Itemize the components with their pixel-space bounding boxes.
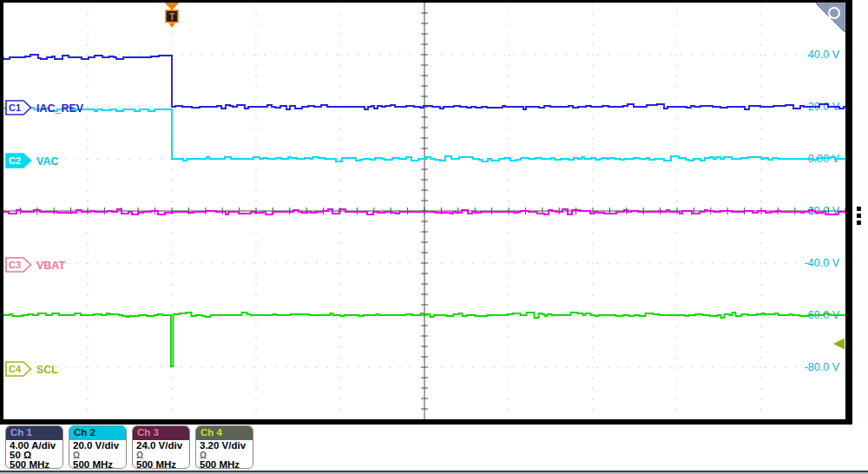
- zoom-magnifier-handle: [825, 17, 831, 23]
- voltage-label: -40.0 V: [805, 257, 840, 269]
- channel-id: C4: [9, 364, 22, 374]
- channel-badge-ch1[interactable]: Ch 14.00 A/div50 Ω500 MHz: [5, 425, 63, 469]
- voltage-label: 40.0 V: [808, 49, 840, 61]
- channel-badge-row: 3.20 V/div: [200, 441, 249, 451]
- channel-badge-title: Ch 2: [69, 426, 126, 440]
- graticule-frame: 40.0 V20.0 V0.00 V-20.0 V-40.0 V-60.0 V-…: [0, 0, 852, 425]
- channel-id: C2: [9, 155, 21, 166]
- channel-badge-row: 24.0 V/div: [136, 441, 186, 451]
- channel-badge-ch3[interactable]: Ch 324.0 V/divΩ500 MHz: [132, 425, 190, 469]
- zoom-corner-control[interactable]: [816, 3, 845, 32]
- bottom-divider: [0, 471, 868, 474]
- channel-label-c1[interactable]: C1IAC_REV: [6, 101, 84, 115]
- waveform-canvas: 40.0 V20.0 V0.00 V-20.0 V-40.0 V-60.0 V-…: [3, 3, 845, 419]
- channel-name: IAC_REV: [36, 102, 84, 115]
- channel-id: C1: [9, 102, 21, 113]
- channel-badge-row: 500 MHz: [73, 460, 122, 469]
- waveform-display[interactable]: 40.0 V20.0 V0.00 V-20.0 V-40.0 V-60.0 V-…: [3, 3, 845, 419]
- channel-badge-ch2[interactable]: Ch 220.0 V/divΩ500 MHz: [69, 425, 127, 469]
- trigger-t-label: T: [169, 11, 175, 22]
- channel-badge-title: Ch 3: [133, 426, 189, 440]
- channel-badge-row: 500 MHz: [136, 460, 186, 469]
- channel-name: VBAT: [36, 260, 65, 272]
- channel-name: VAC: [36, 155, 58, 168]
- channel-badge-row: 500 MHz: [200, 460, 249, 469]
- drag-handle-icon[interactable]: [857, 207, 861, 225]
- trigger-position-marker[interactable]: T: [165, 3, 180, 28]
- channel-badge-row: 500 MHz: [10, 460, 59, 469]
- voltage-label: -80.0 V: [805, 361, 840, 373]
- channel-badge-ch4[interactable]: Ch 43.20 V/divΩ500 MHz: [195, 425, 253, 469]
- channel-badge-title: Ch 4: [196, 426, 253, 440]
- bottom-bar: Ch 14.00 A/div50 Ω500 MHzCh 220.0 V/divΩ…: [0, 425, 868, 474]
- channel-badges: Ch 14.00 A/div50 Ω500 MHzCh 220.0 V/divΩ…: [5, 425, 253, 469]
- channel-name: SCL: [36, 364, 58, 376]
- oscilloscope-screen: 40.0 V20.0 V0.00 V-20.0 V-40.0 V-60.0 V-…: [0, 0, 868, 474]
- channel-badge-title: Ch 1: [6, 426, 62, 440]
- channel-id: C3: [9, 260, 21, 270]
- trigger-level-arrow-icon[interactable]: [833, 339, 845, 350]
- channel-badge-row: 20.0 V/div: [73, 441, 122, 451]
- right-gutter: [852, 0, 868, 425]
- trigger-arrow-icon: [165, 3, 180, 10]
- channel-label-c3[interactable]: C3VBAT: [6, 258, 65, 272]
- center-axes: [3, 3, 845, 419]
- channel-label-c2[interactable]: C2VAC: [6, 154, 58, 168]
- channel-label-c4[interactable]: C4SCL: [6, 362, 58, 376]
- trigger-arrow-tip: [168, 23, 175, 29]
